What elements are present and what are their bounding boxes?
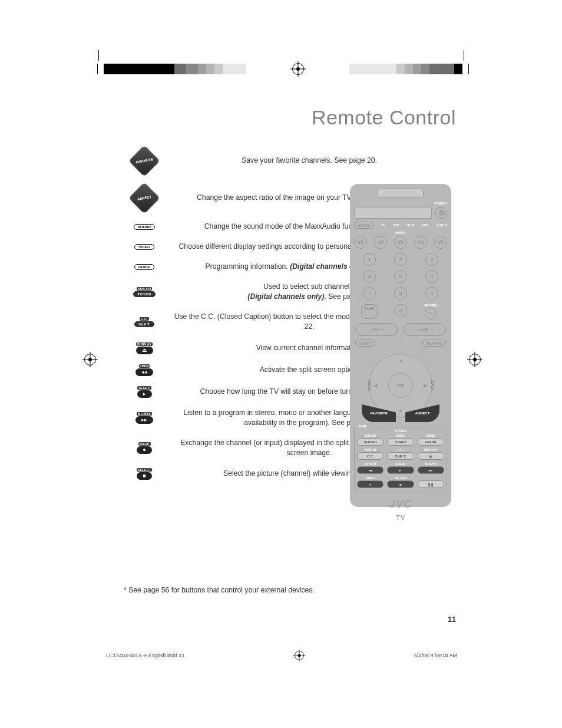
mlmts-button-icon: ML/MTS ▸▸ — [135, 412, 153, 424]
right-arrow-icon: ▶ — [424, 383, 428, 388]
input-v2: V2 — [374, 236, 387, 249]
aspect-button-icon: ASPECT — [131, 185, 158, 212]
input-v5: V5 — [434, 236, 447, 249]
muting-button: MUTING — [422, 340, 446, 347]
print-registration-bar — [97, 64, 469, 74]
desc: Save your favorite channels. See page 20… — [165, 156, 454, 166]
display-button-icon: DISPLAY ⏏ — [136, 342, 153, 354]
tune-button: TUNE — [361, 304, 378, 319]
light-button: LIGHT — [355, 340, 375, 347]
remote-ir-window — [378, 189, 424, 198]
input-v1: V1 — [354, 236, 367, 249]
remote-control-illustration: POWER ⏻ MODE TV STB VCR DVD AUDIO INPUT … — [350, 184, 451, 507]
up-arrow-icon: ▲ — [398, 357, 404, 363]
input-label: INPUT — [354, 231, 447, 235]
registration-mark-icon — [292, 63, 304, 75]
select-button-icon: SELECT ■ — [137, 468, 153, 480]
ok-button: OK — [388, 373, 413, 398]
page-number: 11 — [448, 615, 456, 624]
tv-return-button: TV — [425, 307, 437, 319]
mode-button: MODE — [354, 222, 374, 229]
input-v4: V4 — [414, 236, 427, 249]
cc-subt-button-icon: C.C. SUB T. — [134, 317, 154, 327]
sound-button-icon: SOUND — [134, 224, 156, 230]
input-v3: V3 — [394, 236, 407, 249]
footer-timestamp: 5/2/08 9:59:10 AM — [414, 653, 457, 658]
guide-button-icon: GUIDE — [134, 264, 154, 270]
left-arrow-icon: ◀ — [373, 383, 378, 388]
page-title: Remote Control — [312, 106, 456, 129]
down-arrow-icon: ▼ — [398, 408, 404, 414]
sleep-button-icon: SLEEP ▸ — [137, 386, 152, 398]
favorite-button-icon: FAVORITE — [131, 147, 158, 174]
dpad: OK MENU BACK ▲ ▼ ◀ ▶ FAVORITE ASPECT — [365, 350, 436, 421]
registration-mark-icon — [469, 354, 481, 365]
registration-mark-icon — [295, 651, 304, 660]
remote-lcd — [354, 207, 432, 219]
swap-button-icon: SWAP ● — [137, 442, 151, 454]
print-footer: LCT2403-001A-A English.indd 11 5/2/08 9:… — [106, 650, 457, 661]
footer-file: LCT2403-001A-A English.indd 11 — [106, 653, 185, 658]
volume-rocker: – VOL + — [404, 323, 446, 336]
number-pad: 1 2 3 4 5 6 7 8 9 TUNE 0 RETURN + TV — [360, 253, 441, 319]
video-button-icon: VIDEO — [134, 244, 154, 250]
power-button: ⏻ — [435, 207, 447, 219]
subch-tvvcr-button-icon: SUB CH TV/VCR — [133, 287, 155, 297]
channel-rocker: – CH + — [355, 323, 398, 336]
remote-brand: JVC RM-C1430 TV — [354, 498, 447, 521]
twin-button-icon: TWIN ◂◂ — [135, 364, 153, 376]
dvr-section: DVR STATUS SOUNDSOUND VIDEOVIDEO GUIDEGU… — [354, 427, 447, 492]
footnote: * See page 56 for buttons that control y… — [124, 586, 315, 594]
power-label: POWER — [434, 202, 447, 205]
registration-mark-icon — [84, 354, 96, 365]
row-favorite: FAVORITE Save your favorite channels. Se… — [124, 147, 454, 174]
